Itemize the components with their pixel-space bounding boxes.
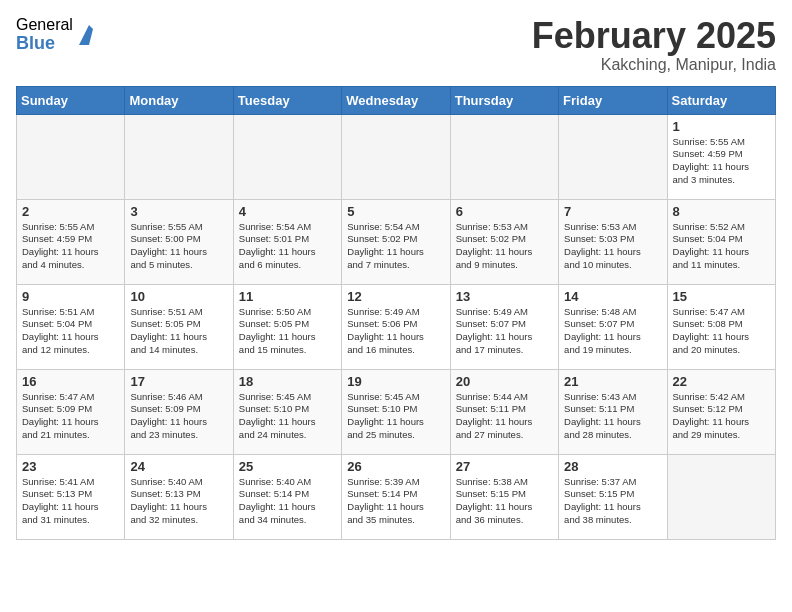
calendar-cell: 10Sunrise: 5:51 AM Sunset: 5:05 PM Dayli… — [125, 284, 233, 369]
day-number: 19 — [347, 374, 444, 389]
day-of-week-wednesday: Wednesday — [342, 86, 450, 114]
calendar-cell: 2Sunrise: 5:55 AM Sunset: 4:59 PM Daylig… — [17, 199, 125, 284]
day-info: Sunrise: 5:40 AM Sunset: 5:14 PM Dayligh… — [239, 476, 336, 527]
logo-text: General Blue — [16, 16, 73, 53]
logo-blue: Blue — [16, 34, 73, 54]
day-info: Sunrise: 5:52 AM Sunset: 5:04 PM Dayligh… — [673, 221, 770, 272]
day-info: Sunrise: 5:47 AM Sunset: 5:08 PM Dayligh… — [673, 306, 770, 357]
day-number: 9 — [22, 289, 119, 304]
calendar-cell: 19Sunrise: 5:45 AM Sunset: 5:10 PM Dayli… — [342, 369, 450, 454]
day-number: 25 — [239, 459, 336, 474]
day-number: 1 — [673, 119, 770, 134]
day-number: 10 — [130, 289, 227, 304]
days-of-week-row: SundayMondayTuesdayWednesdayThursdayFrid… — [17, 86, 776, 114]
calendar-cell: 15Sunrise: 5:47 AM Sunset: 5:08 PM Dayli… — [667, 284, 775, 369]
day-info: Sunrise: 5:51 AM Sunset: 5:04 PM Dayligh… — [22, 306, 119, 357]
day-number: 13 — [456, 289, 553, 304]
day-number: 24 — [130, 459, 227, 474]
day-number: 5 — [347, 204, 444, 219]
day-of-week-thursday: Thursday — [450, 86, 558, 114]
location: Kakching, Manipur, India — [532, 56, 776, 74]
week-row-1: 2Sunrise: 5:55 AM Sunset: 4:59 PM Daylig… — [17, 199, 776, 284]
day-info: Sunrise: 5:54 AM Sunset: 5:02 PM Dayligh… — [347, 221, 444, 272]
day-info: Sunrise: 5:45 AM Sunset: 5:10 PM Dayligh… — [347, 391, 444, 442]
title-block: February 2025 Kakching, Manipur, India — [532, 16, 776, 74]
day-info: Sunrise: 5:46 AM Sunset: 5:09 PM Dayligh… — [130, 391, 227, 442]
day-number: 18 — [239, 374, 336, 389]
day-number: 23 — [22, 459, 119, 474]
calendar-cell: 9Sunrise: 5:51 AM Sunset: 5:04 PM Daylig… — [17, 284, 125, 369]
day-number: 4 — [239, 204, 336, 219]
day-number: 15 — [673, 289, 770, 304]
day-number: 12 — [347, 289, 444, 304]
calendar-cell: 28Sunrise: 5:37 AM Sunset: 5:15 PM Dayli… — [559, 454, 667, 539]
page-header: General Blue February 2025 Kakching, Man… — [16, 16, 776, 74]
calendar-cell: 22Sunrise: 5:42 AM Sunset: 5:12 PM Dayli… — [667, 369, 775, 454]
day-of-week-sunday: Sunday — [17, 86, 125, 114]
day-info: Sunrise: 5:42 AM Sunset: 5:12 PM Dayligh… — [673, 391, 770, 442]
day-of-week-monday: Monday — [125, 86, 233, 114]
calendar-cell — [17, 114, 125, 199]
calendar-cell: 11Sunrise: 5:50 AM Sunset: 5:05 PM Dayli… — [233, 284, 341, 369]
calendar-cell: 26Sunrise: 5:39 AM Sunset: 5:14 PM Dayli… — [342, 454, 450, 539]
day-info: Sunrise: 5:55 AM Sunset: 4:59 PM Dayligh… — [22, 221, 119, 272]
calendar-cell: 23Sunrise: 5:41 AM Sunset: 5:13 PM Dayli… — [17, 454, 125, 539]
calendar-cell: 18Sunrise: 5:45 AM Sunset: 5:10 PM Dayli… — [233, 369, 341, 454]
calendar-cell: 20Sunrise: 5:44 AM Sunset: 5:11 PM Dayli… — [450, 369, 558, 454]
day-number: 16 — [22, 374, 119, 389]
day-number: 7 — [564, 204, 661, 219]
day-number: 14 — [564, 289, 661, 304]
calendar-cell — [342, 114, 450, 199]
day-info: Sunrise: 5:38 AM Sunset: 5:15 PM Dayligh… — [456, 476, 553, 527]
day-info: Sunrise: 5:49 AM Sunset: 5:07 PM Dayligh… — [456, 306, 553, 357]
calendar-cell: 3Sunrise: 5:55 AM Sunset: 5:00 PM Daylig… — [125, 199, 233, 284]
week-row-4: 23Sunrise: 5:41 AM Sunset: 5:13 PM Dayli… — [17, 454, 776, 539]
day-info: Sunrise: 5:55 AM Sunset: 5:00 PM Dayligh… — [130, 221, 227, 272]
day-info: Sunrise: 5:47 AM Sunset: 5:09 PM Dayligh… — [22, 391, 119, 442]
calendar-cell: 4Sunrise: 5:54 AM Sunset: 5:01 PM Daylig… — [233, 199, 341, 284]
day-of-week-friday: Friday — [559, 86, 667, 114]
day-number: 2 — [22, 204, 119, 219]
day-info: Sunrise: 5:44 AM Sunset: 5:11 PM Dayligh… — [456, 391, 553, 442]
day-info: Sunrise: 5:49 AM Sunset: 5:06 PM Dayligh… — [347, 306, 444, 357]
logo: General Blue — [16, 16, 103, 53]
day-number: 21 — [564, 374, 661, 389]
day-number: 11 — [239, 289, 336, 304]
calendar-cell: 14Sunrise: 5:48 AM Sunset: 5:07 PM Dayli… — [559, 284, 667, 369]
day-info: Sunrise: 5:50 AM Sunset: 5:05 PM Dayligh… — [239, 306, 336, 357]
calendar-cell: 17Sunrise: 5:46 AM Sunset: 5:09 PM Dayli… — [125, 369, 233, 454]
day-info: Sunrise: 5:45 AM Sunset: 5:10 PM Dayligh… — [239, 391, 336, 442]
day-info: Sunrise: 5:37 AM Sunset: 5:15 PM Dayligh… — [564, 476, 661, 527]
calendar-cell: 12Sunrise: 5:49 AM Sunset: 5:06 PM Dayli… — [342, 284, 450, 369]
day-of-week-saturday: Saturday — [667, 86, 775, 114]
month-year: February 2025 — [532, 16, 776, 56]
day-info: Sunrise: 5:43 AM Sunset: 5:11 PM Dayligh… — [564, 391, 661, 442]
day-of-week-tuesday: Tuesday — [233, 86, 341, 114]
svg-marker-0 — [79, 25, 99, 45]
calendar-cell — [559, 114, 667, 199]
calendar-cell — [667, 454, 775, 539]
logo-icon — [75, 21, 103, 49]
calendar-cell — [125, 114, 233, 199]
day-number: 26 — [347, 459, 444, 474]
day-number: 20 — [456, 374, 553, 389]
calendar-cell: 16Sunrise: 5:47 AM Sunset: 5:09 PM Dayli… — [17, 369, 125, 454]
calendar-body: 1Sunrise: 5:55 AM Sunset: 4:59 PM Daylig… — [17, 114, 776, 539]
calendar-cell: 6Sunrise: 5:53 AM Sunset: 5:02 PM Daylig… — [450, 199, 558, 284]
calendar-cell: 24Sunrise: 5:40 AM Sunset: 5:13 PM Dayli… — [125, 454, 233, 539]
day-info: Sunrise: 5:53 AM Sunset: 5:03 PM Dayligh… — [564, 221, 661, 272]
calendar-cell: 13Sunrise: 5:49 AM Sunset: 5:07 PM Dayli… — [450, 284, 558, 369]
calendar-header: SundayMondayTuesdayWednesdayThursdayFrid… — [17, 86, 776, 114]
calendar-cell: 27Sunrise: 5:38 AM Sunset: 5:15 PM Dayli… — [450, 454, 558, 539]
day-info: Sunrise: 5:40 AM Sunset: 5:13 PM Dayligh… — [130, 476, 227, 527]
day-number: 17 — [130, 374, 227, 389]
day-info: Sunrise: 5:41 AM Sunset: 5:13 PM Dayligh… — [22, 476, 119, 527]
week-row-3: 16Sunrise: 5:47 AM Sunset: 5:09 PM Dayli… — [17, 369, 776, 454]
calendar-cell — [450, 114, 558, 199]
day-info: Sunrise: 5:53 AM Sunset: 5:02 PM Dayligh… — [456, 221, 553, 272]
logo-general: General — [16, 16, 73, 34]
day-number: 28 — [564, 459, 661, 474]
calendar-cell: 1Sunrise: 5:55 AM Sunset: 4:59 PM Daylig… — [667, 114, 775, 199]
calendar-cell: 5Sunrise: 5:54 AM Sunset: 5:02 PM Daylig… — [342, 199, 450, 284]
day-number: 27 — [456, 459, 553, 474]
